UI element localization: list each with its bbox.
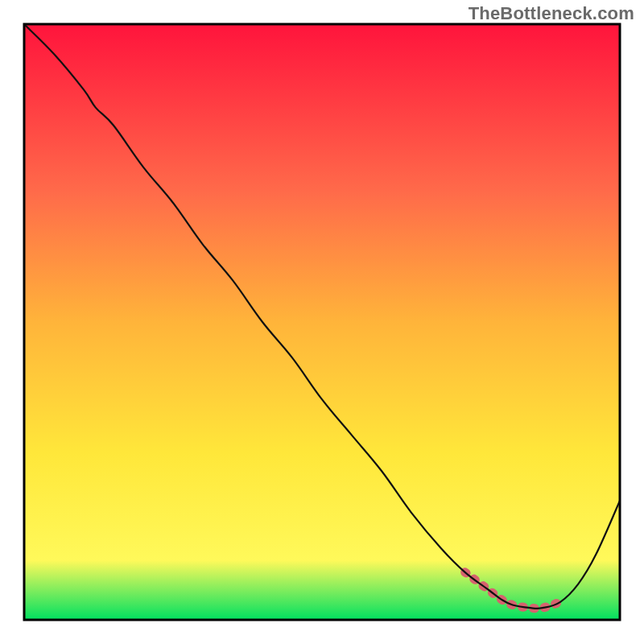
plot-background bbox=[24, 24, 620, 620]
watermark-text: TheBottleneck.com bbox=[469, 3, 634, 24]
chart-stage: TheBottleneck.com bbox=[0, 0, 644, 644]
bottleneck-chart bbox=[0, 0, 644, 644]
